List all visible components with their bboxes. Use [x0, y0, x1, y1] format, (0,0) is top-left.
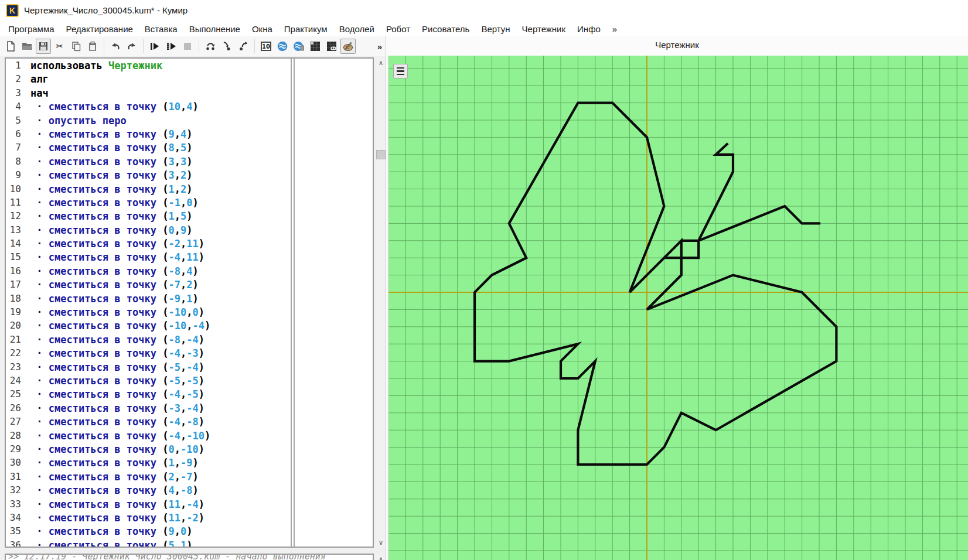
line-number: 14: [6, 238, 30, 251]
open-file-button[interactable]: [19, 39, 35, 54]
scroll-down-icon[interactable]: ∨: [376, 537, 386, 548]
menu-item-редактирование[interactable]: Редактирование: [60, 22, 139, 36]
window-title: Чертежник_Число_300045.kum* - Кумир: [24, 0, 188, 21]
code-line: 24 · сместиться в точку (-5,-5): [6, 375, 289, 388]
code-text: · сместиться в точку (-9,1): [30, 293, 199, 306]
save-button[interactable]: [36, 39, 51, 54]
numberline-10-button[interactable]: 10: [258, 39, 274, 54]
console-scroll-up-icon[interactable]: ∧: [376, 554, 386, 560]
copy-icon: [70, 40, 82, 52]
line-number: 20: [6, 320, 30, 333]
line-number: 15: [6, 251, 30, 265]
painter-button[interactable]: [340, 39, 356, 54]
menu-item-вставка[interactable]: Вставка: [139, 22, 183, 36]
code-text: · сместиться в точку (-4,-10): [30, 430, 210, 443]
step-over-button[interactable]: [203, 39, 218, 54]
code-line: 7 · сместиться в точку (8,5): [6, 142, 289, 155]
cut-button[interactable]: ✂: [52, 39, 67, 54]
code-line: 32 · сместиться в точку (4,-8): [6, 484, 289, 498]
step-out-button[interactable]: [236, 39, 251, 54]
robot-game-icon: [326, 40, 338, 52]
line-number: 23: [6, 361, 30, 375]
hamburger-menu-button[interactable]: [393, 64, 408, 78]
menu-item-рисователь[interactable]: Рисователь: [416, 22, 475, 36]
run-icon: [149, 40, 161, 52]
line-number: 36: [6, 539, 30, 548]
stop-icon: [182, 40, 193, 52]
menu-item-водолей[interactable]: Водолей: [333, 22, 380, 36]
io-console: >> 12.17.19 - Чертежник_Число_300045.kum…: [5, 554, 374, 560]
robot-game-button[interactable]: [324, 39, 339, 54]
code-line: 10 · сместиться в точку (1,2): [6, 183, 289, 197]
undo-icon: [110, 40, 121, 52]
stop-button[interactable]: [180, 39, 195, 54]
undo-button[interactable]: [108, 39, 123, 54]
code-text: использовать Чертежник: [30, 60, 162, 73]
line-number: 29: [6, 443, 30, 457]
line-number: 19: [6, 306, 30, 320]
menu-item-практикум[interactable]: Практикум: [278, 22, 333, 36]
code-line: 8 · сместиться в точку (3,3): [6, 156, 289, 169]
menu-item-вертун[interactable]: Вертун: [475, 22, 516, 36]
code-line: 20 · сместиться в точку (-10,-4): [6, 320, 289, 333]
line-number: 9: [6, 169, 30, 183]
line-number: 6: [6, 128, 30, 142]
line-number: 10: [6, 183, 30, 197]
line-number: 16: [6, 265, 30, 279]
code-text: · сместиться в точку (9,0): [30, 525, 192, 539]
new-file-button[interactable]: [3, 39, 18, 54]
line-number: 34: [6, 512, 30, 525]
run-step-button[interactable]: [163, 39, 179, 54]
code-line: 23 · сместиться в точку (-5,-4): [6, 361, 289, 375]
scrollbar-thumb[interactable]: [376, 150, 386, 159]
code-line: 9 · сместиться в точку (3,2): [6, 169, 289, 183]
menu-item-программа[interactable]: Программа: [2, 22, 60, 36]
new-file-icon: [5, 40, 16, 52]
menu-item-инфо[interactable]: Инфо: [571, 22, 606, 36]
editor-scrollbar[interactable]: ∧ ∨: [376, 57, 386, 548]
menu-item-окна[interactable]: Окна: [246, 22, 278, 36]
drawer-window: Чертежник: [386, 36, 968, 560]
step-in-button[interactable]: [219, 39, 234, 54]
code-line: 11 · сместиться в точку (-1,0): [6, 197, 289, 210]
menu-item-выполнение[interactable]: Выполнение: [183, 22, 246, 36]
menu-item-робот[interactable]: Робот: [380, 22, 416, 36]
code-text: · сместиться в точку (9,4): [30, 128, 192, 142]
code-text: · сместиться в точку (-5,-5): [30, 375, 204, 388]
menu-item-чертежник[interactable]: Чертежник: [516, 22, 572, 36]
code-text: · сместиться в точку (3,2): [30, 169, 192, 183]
code-text: · сместиться в точку (1,2): [30, 183, 192, 197]
robot-field-icon: [309, 40, 321, 52]
paste-button[interactable]: [85, 39, 100, 54]
editor-pane-divider[interactable]: [291, 59, 295, 547]
console-scrollbar[interactable]: ∧: [376, 554, 386, 560]
run-button[interactable]: [147, 39, 162, 54]
copy-button[interactable]: [69, 39, 84, 54]
code-text: · сместиться в точку (1,5): [30, 210, 192, 224]
vodoley-grid-button[interactable]: [291, 39, 306, 54]
code-text: · сместиться в точку (-8,-4): [30, 334, 204, 347]
robot-field-button[interactable]: [308, 39, 323, 54]
code-editor[interactable]: 1использовать Чертежник2алг3нач4 · смест…: [5, 57, 374, 548]
line-number: 27: [6, 416, 30, 429]
menu-item-overflow[interactable]: »: [606, 22, 623, 36]
toolbar-separator: [254, 39, 255, 53]
title-bar: K Чертежник_Число_300045.kum* - Кумир: [0, 0, 968, 21]
line-number: 22: [6, 347, 30, 361]
code-line: 35 · сместиться в точку (9,0): [6, 525, 289, 539]
line-number: 3: [6, 87, 30, 101]
scroll-up-icon[interactable]: ∧: [376, 57, 386, 68]
code-line: 36 · сместиться в точку (5,1): [6, 539, 289, 548]
line-number: 11: [6, 197, 30, 210]
line-number: 13: [6, 224, 30, 238]
code-text: · сместиться в точку (-4,11): [30, 251, 204, 265]
toolbar-overflow-chevron[interactable]: »: [377, 42, 382, 52]
vodoley-button[interactable]: [275, 39, 290, 54]
code-text: · сместиться в точку (8,5): [30, 142, 192, 155]
code-text: · опустить перо: [30, 115, 127, 128]
toolbar: ✂10»: [0, 36, 386, 56]
redo-button[interactable]: [124, 39, 139, 54]
code-text: · сместиться в точку (11,-2): [30, 512, 204, 525]
line-number: 12: [6, 210, 30, 224]
vodoley-icon: [277, 40, 288, 52]
